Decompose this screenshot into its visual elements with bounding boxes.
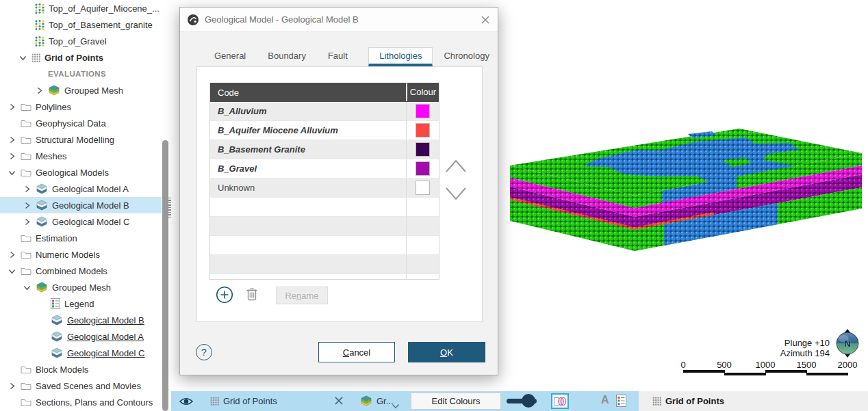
chevron-right-icon[interactable] [7, 250, 16, 258]
tree-item-label: Saved Scenes and Movies [36, 381, 141, 391]
chevron-down-icon[interactable] [22, 283, 31, 291]
tab-fault-system[interactable]: Fault System [317, 47, 368, 66]
tree-item-label: Grouped Mesh [52, 282, 111, 293]
tree-item-top-of-gravel[interactable]: Top_of_Gravel [0, 33, 162, 49]
tree-item-top-of-basement-granite[interactable]: Top_of_Basement_granite [0, 16, 162, 33]
colour-swatch[interactable] [416, 181, 430, 195]
tree-item-label: Meshes [36, 151, 67, 161]
tree-item-geological-model-a[interactable]: Geological Model A [0, 181, 162, 197]
tree-item-label: Geological Model C [52, 217, 129, 227]
tree-scrollbar-thumb[interactable] [162, 140, 168, 411]
tree-item-saved-scenes[interactable]: Saved Scenes and Movies [0, 377, 162, 394]
grouped-mesh-icon [48, 85, 60, 96]
colour-scheme-dropdown[interactable]: Gr... [376, 396, 394, 406]
tree-item-geological-model-c[interactable]: Geological Model C [0, 213, 162, 230]
edit-colours-button[interactable]: Edit Colours [411, 393, 501, 410]
tree-item-grouped-mesh[interactable]: Grouped Mesh [0, 279, 162, 295]
tree-item-geophysical-data[interactable]: Geophysical Data [0, 115, 162, 131]
close-icon[interactable] [480, 14, 491, 25]
tree-item-structural-modelling[interactable]: Structural Modelling [0, 131, 162, 148]
tree-item-geological-model-b[interactable]: Geological Model B [0, 197, 162, 213]
orientation-readout: Plunge +10 Azimuth 194 [746, 338, 830, 358]
tree-item-label: Structural Modelling [36, 135, 114, 145]
tree-item-top-of-aquifer-miocene[interactable]: Top_of_Aquifer_Miocene_... [0, 0, 162, 16]
table-row[interactable]: B_Gravel [210, 159, 439, 178]
chevron-right-icon[interactable] [22, 185, 31, 193]
tab-chronology[interactable]: Chronology [433, 47, 500, 66]
colour-swatch[interactable] [416, 123, 430, 137]
delete-lithology-button[interactable] [246, 287, 258, 304]
scale-bar-segment [724, 373, 766, 375]
chevron-right-icon[interactable] [22, 201, 31, 209]
folder-icon [21, 250, 31, 259]
section-label: EVALUATIONS [48, 70, 106, 78]
tree-link-geological-model-b[interactable]: Geological Model B [0, 312, 162, 328]
tree-link-geological-model-a[interactable]: Geological Model A [0, 328, 162, 345]
chevron-right-icon[interactable] [7, 382, 16, 390]
table-row[interactable]: Unknown [210, 178, 439, 198]
tree-item-block-models[interactable]: Block Models [0, 361, 162, 377]
add-lithology-button[interactable] [216, 286, 233, 306]
compass-north-label: N [844, 339, 850, 349]
tree-item-combined-models[interactable]: Combined Models [0, 263, 162, 279]
tab-general[interactable]: General [203, 47, 257, 66]
tree-item-legend[interactable]: Legend [0, 295, 162, 312]
rename-button[interactable]: Rename [276, 287, 328, 304]
chevron-down-icon[interactable] [392, 399, 400, 411]
visibility-eye-icon[interactable] [179, 397, 193, 409]
3d-scene[interactable] [503, 126, 867, 257]
scene-object-label[interactable]: Grid of Points [223, 396, 277, 406]
chevron-down-icon[interactable] [7, 168, 16, 176]
chevron-down-icon[interactable] [7, 267, 16, 275]
tree-item-label: Geophysical Data [36, 118, 106, 129]
tree-item-meshes[interactable]: Meshes [0, 148, 162, 164]
tree-item-label: Legend [64, 299, 94, 309]
colour-swatch[interactable] [416, 161, 430, 176]
compass-ball[interactable]: N [834, 328, 861, 358]
tree-item-grid-of-points[interactable]: Grid of Points [0, 49, 162, 66]
colour-swatch[interactable] [416, 142, 430, 157]
tree-item-sections-plans[interactable]: Sections, Plans and Contours [0, 394, 162, 410]
azimuth-value: Azimuth 194 [746, 348, 830, 358]
chevron-right-icon[interactable] [22, 217, 31, 226]
tree-link-geological-model-c[interactable]: Geological Model C [0, 345, 162, 361]
tab-lithologies[interactable]: Lithologies [368, 47, 433, 66]
table-row[interactable]: B_Basement Granite [210, 140, 439, 159]
tree-item-label[interactable]: Geological Model B [67, 315, 144, 326]
tree-item-label[interactable]: Geological Model A [67, 332, 144, 342]
colour-swatch[interactable] [416, 104, 430, 118]
tree-item-grouped-mesh-evaluation[interactable]: Grouped Mesh [0, 82, 162, 98]
chevron-right-icon[interactable] [7, 135, 16, 144]
tree-item-label: Top_of_Basement_granite [49, 20, 153, 30]
tree-item-geological-models[interactable]: Geological Models [0, 164, 162, 181]
disc-shape-icon [553, 396, 567, 407]
folder-icon [21, 119, 31, 128]
tree-item-polylines[interactable]: Polylines [0, 98, 162, 115]
cancel-button[interactable]: Cancel [318, 342, 395, 362]
table-row[interactable]: B_Aquifer Miocene Alluvium [210, 121, 439, 140]
tree-item-numeric-models[interactable]: Numeric Models [0, 246, 162, 263]
dialog-titlebar[interactable]: Geological Model - Geological Model B [180, 8, 498, 32]
ok-button[interactable]: OK [408, 342, 485, 362]
tree-item-estimation[interactable]: Estimation [0, 230, 162, 246]
tree-item-label: Estimation [36, 233, 77, 243]
move-up-button[interactable] [443, 155, 469, 176]
remove-from-scene-icon[interactable] [333, 395, 344, 409]
show-legend-button[interactable] [616, 395, 626, 410]
point-size-slider-knob[interactable] [522, 394, 535, 408]
chevron-down-icon[interactable] [18, 53, 27, 62]
chevron-right-icon[interactable] [7, 152, 16, 160]
table-row[interactable]: B_Alluvium [210, 102, 439, 121]
scale-tick-500: 500 [711, 360, 738, 370]
scale-tick-1000: 1000 [752, 360, 779, 370]
status-object-label: Grid of Points [665, 396, 724, 406]
help-button[interactable]: ? [196, 344, 212, 360]
chevron-right-icon[interactable] [7, 103, 16, 111]
point-shape-button[interactable] [551, 393, 569, 409]
chevron-right-icon[interactable] [34, 86, 44, 94]
move-down-button[interactable] [443, 184, 469, 204]
text-display-toggle[interactable]: A [601, 394, 609, 406]
tab-boundary[interactable]: Boundary [257, 47, 317, 66]
tree-item-label[interactable]: Geological Model C [67, 348, 144, 358]
folder-icon [21, 168, 31, 177]
